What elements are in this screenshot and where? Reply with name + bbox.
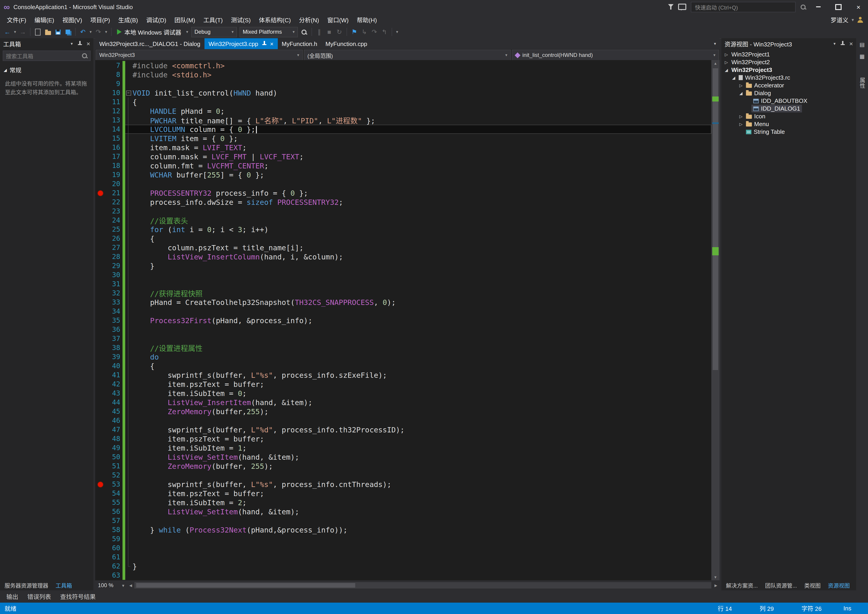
fold-margin[interactable] — [125, 534, 132, 543]
solution-platforms-combo[interactable]: Mixed Platforms▾ — [239, 26, 298, 37]
fold-margin[interactable] — [125, 571, 132, 580]
menu-item[interactable]: 分析(N) — [295, 14, 323, 26]
toolbox-section-general[interactable]: ◢ 常规 — [0, 64, 93, 76]
fold-margin[interactable] — [125, 471, 132, 480]
tree-arrow-icon[interactable]: ▷ — [738, 83, 744, 88]
code-text[interactable]: #include <commctrl.h> — [132, 61, 225, 70]
maximize-button[interactable] — [831, 0, 846, 13]
tree-arrow-icon[interactable]: ▷ — [723, 52, 730, 57]
tree-item[interactable]: ▷Icon — [721, 112, 856, 120]
code-text[interactable]: ListView_SetItem(hand, &item); — [132, 507, 299, 516]
fold-margin[interactable] — [125, 552, 132, 562]
fold-margin[interactable] — [125, 407, 132, 416]
tree-item[interactable]: IDD_ABOUTBOX — [721, 97, 856, 105]
fold-margin[interactable] — [125, 197, 132, 207]
step-into-button[interactable]: ↳ — [360, 27, 369, 36]
fold-margin[interactable] — [125, 380, 132, 389]
solution-configurations-combo[interactable]: Debug▾ — [191, 26, 237, 37]
code-text[interactable]: PWCHAR title_name[] = { L"名称", L"PID", L… — [132, 115, 375, 126]
code-text[interactable]: HANDLE pHand = 0; — [132, 107, 225, 115]
save-button[interactable] — [53, 27, 62, 36]
tool-window-tab[interactable]: 输出 — [2, 589, 23, 603]
code-text[interactable]: PROCESSENTRY32 process_info = { 0 }; — [132, 189, 308, 197]
fold-margin[interactable] — [125, 134, 132, 143]
fold-margin[interactable] — [125, 61, 132, 70]
tree-item[interactable]: ▷Win32Project2 — [721, 58, 856, 66]
show-next-statement-button[interactable]: ⚑ — [350, 27, 359, 36]
code-text[interactable]: process_info.dwSize = sizeof PROCESSENTR… — [132, 198, 343, 206]
scope-combo[interactable]: (全局范围) ▾ — [304, 50, 511, 60]
editor-tab[interactable]: MyFunction.cpp — [321, 38, 371, 49]
code-text[interactable]: { — [132, 98, 137, 106]
editor-tab[interactable]: MyFunction.h — [278, 38, 321, 49]
fold-margin[interactable] — [125, 70, 132, 79]
fold-margin[interactable] — [125, 152, 132, 161]
fold-margin[interactable] — [125, 361, 132, 371]
tree-item[interactable]: ◢Win32Project3 — [721, 66, 856, 74]
pin-icon[interactable] — [840, 41, 845, 47]
fold-margin[interactable] — [125, 516, 132, 525]
code-text[interactable]: ListView_InsertColumn(hand, i, &column); — [132, 253, 343, 261]
menu-item[interactable]: 团队(M) — [170, 14, 199, 26]
undo-button[interactable]: ↶ — [78, 27, 87, 36]
fold-margin[interactable] — [125, 334, 132, 343]
code-editor[interactable]: 7#include <commctrl.h>8#include <stdio.h… — [95, 60, 719, 580]
fold-margin[interactable] — [125, 279, 132, 288]
project-combo[interactable]: Win32Project3 ▾ — [96, 50, 303, 60]
tree-item[interactable]: ▷Win32Project1 — [721, 51, 856, 58]
signed-in-user[interactable]: 罗道义 — [831, 15, 848, 24]
chevron-down-icon[interactable]: ▾ — [834, 42, 836, 46]
fold-margin[interactable] — [125, 562, 132, 571]
menu-item[interactable]: 文件(F) — [3, 14, 30, 26]
fold-margin[interactable] — [125, 462, 132, 471]
code-text[interactable]: item.pszText = buffer; — [132, 489, 264, 498]
code-text[interactable]: pHand = CreateToolhelp32Snapshot(TH32CS_… — [132, 298, 396, 307]
code-text[interactable]: } while (Process32Next(pHand,&process_in… — [132, 526, 348, 534]
fold-margin[interactable] — [125, 343, 132, 352]
fold-margin[interactable] — [125, 170, 132, 179]
tree-item[interactable]: ◢Win32Project3.rc — [721, 74, 856, 81]
code-text[interactable]: } — [132, 562, 137, 571]
code-text[interactable]: swprintf_s(buffer, L"%s", process_info.c… — [132, 480, 391, 488]
code-text[interactable]: //设置进程属性 — [132, 342, 203, 353]
close-icon[interactable]: × — [87, 40, 90, 47]
fold-margin[interactable] — [125, 288, 132, 298]
code-text[interactable]: column.mask = LVCF_FMT | LVCF_TEXT; — [132, 152, 304, 161]
code-text[interactable]: swprintf_s(buffer, L"%s", process_info.s… — [132, 371, 387, 379]
scroll-down-icon[interactable]: ▼ — [711, 574, 719, 580]
member-combo[interactable]: init_list_control(HWND hand) ▾ — [512, 50, 719, 60]
minimize-button[interactable] — [811, 0, 826, 13]
fold-margin[interactable]: − — [125, 88, 132, 98]
code-text[interactable]: { — [132, 361, 154, 370]
navigate-back-dropdown[interactable]: ▾ — [13, 27, 17, 36]
toolbar-overflow-button[interactable]: ▾ — [395, 27, 399, 36]
save-all-button[interactable] — [63, 27, 72, 36]
fold-margin[interactable] — [125, 188, 132, 197]
code-text[interactable]: LVCOLUMN column = { 0 }; — [132, 125, 257, 133]
code-text[interactable]: item.iSubItem = 1; — [132, 443, 247, 452]
debug-target-dropdown[interactable]: ▾ — [185, 27, 189, 36]
fold-margin[interactable] — [125, 161, 132, 170]
fold-margin[interactable] — [125, 298, 132, 307]
status-line-indicator[interactable]: 行 14 — [718, 604, 759, 612]
redo-button[interactable]: ↷ — [94, 27, 103, 36]
fold-margin[interactable] — [125, 389, 132, 398]
breakpoint-margin[interactable] — [95, 481, 105, 487]
search-icon[interactable] — [800, 4, 806, 10]
code-text[interactable]: item.pszText = buffer; — [132, 380, 264, 388]
tree-arrow-icon[interactable]: ▷ — [723, 60, 730, 64]
tree-arrow-icon[interactable]: ▷ — [738, 114, 744, 119]
vertical-scrollbar-thumb[interactable] — [713, 68, 718, 370]
pin-icon[interactable] — [261, 41, 267, 47]
tree-item[interactable]: ▷Menu — [721, 120, 856, 128]
fold-margin[interactable] — [125, 243, 132, 252]
panel-tab[interactable]: 类视图 — [801, 579, 824, 591]
code-text[interactable]: ZeroMemory(buffer,255); — [132, 407, 269, 416]
document-outline-icon[interactable]: ▤ — [859, 41, 866, 48]
fold-margin[interactable] — [125, 270, 132, 279]
code-text[interactable]: WCHAR buffer[255] = { 0 }; — [132, 171, 264, 179]
user-dropdown-icon[interactable]: ▾ — [852, 17, 854, 22]
fold-margin[interactable] — [125, 79, 132, 88]
fold-margin[interactable] — [125, 143, 132, 152]
code-text[interactable]: do — [132, 352, 159, 361]
